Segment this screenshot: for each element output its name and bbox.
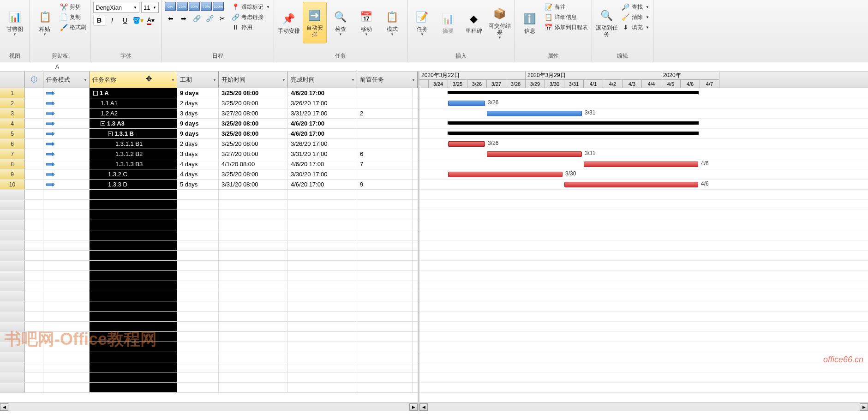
finish-cell[interactable]: 3/30/20 17:00 [288,169,357,179]
table-row-empty[interactable] [0,352,418,362]
font-size-select[interactable]: 11▼ [141,2,159,13]
gantt-row-empty[interactable] [419,271,868,281]
duration-cell[interactable]: 3 days [177,149,219,159]
gantt-bar-red[interactable] [448,141,485,147]
row-number[interactable]: 5 [0,129,25,138]
gantt-row-empty[interactable] [419,261,868,271]
info-cell[interactable] [25,159,43,169]
collapse-icon[interactable]: − [101,121,105,126]
table-row-empty[interactable] [0,342,418,352]
start-cell[interactable]: 3/25/20 08:00 [219,88,288,98]
start-cell[interactable]: 3/31/20 08:00 [219,180,288,189]
gantt-row-empty[interactable] [419,220,868,230]
start-cell[interactable]: 3/25/20 08:00 [219,119,288,128]
gantt-row-empty[interactable] [419,383,868,393]
name-cell[interactable]: 1.3.1.2 B2 [90,149,177,159]
row-number[interactable]: 4 [0,119,25,128]
predecessor-cell[interactable] [357,169,413,179]
inspect-button[interactable]: 🔍检查▼ [329,2,353,43]
row-number[interactable] [0,240,25,250]
gantt-day-header[interactable]: 4/2 [603,80,623,88]
table-row-empty[interactable] [0,322,418,332]
gantt-row-empty[interactable] [419,332,868,342]
name-cell[interactable]: 1.3.3 D [90,180,177,189]
finish-cell[interactable]: 4/6/20 17:00 [288,88,357,98]
start-cell[interactable]: 4/1/20 08:00 [219,159,288,169]
details-button[interactable]: 📋详细信息 [544,12,589,22]
gantt-day-header[interactable]: 4/7 [700,80,719,88]
row-number[interactable] [0,362,25,372]
name-cell[interactable]: 1.3.1.3 B3 [90,159,177,169]
info-cell[interactable] [25,119,43,128]
scroll-to-task-button[interactable]: 🔍滚动到任务 [595,2,619,43]
predecessor-cell[interactable]: 9 [357,180,413,189]
info-cell[interactable] [25,108,43,118]
info-header[interactable]: ⓘ [25,72,43,88]
row-number[interactable] [0,291,25,301]
gantt-day-header[interactable]: 3/27 [487,80,506,88]
row-number[interactable]: 6 [0,139,25,149]
col-start[interactable]: 开始时间▼ [219,72,288,88]
gantt-row-empty[interactable] [419,230,868,240]
gantt-row-empty[interactable] [419,352,868,362]
gantt-view-button[interactable]: 📊 甘特图 ▼ [3,2,27,43]
gantt-row[interactable] [419,119,868,129]
gantt-day-header[interactable]: 3/29 [526,80,545,88]
gantt-scrollbar-h[interactable]: ◀ ▶ [419,402,868,411]
table-row[interactable]: 71.3.1.2 B23 days3/27/20 08:003/31/20 17… [0,149,418,159]
insert-task-button[interactable]: 📝任务▼ [410,2,434,43]
info-cell[interactable] [25,98,43,108]
table-row[interactable]: 61.3.1.1 B12 days3/25/20 08:003/26/20 17… [0,139,418,149]
row-number[interactable] [0,251,25,260]
table-row-empty[interactable] [0,210,418,220]
indent-button[interactable]: ➡ [178,13,190,24]
name-cell[interactable]: 1.3.1.1 B1 [90,139,177,149]
mode-button[interactable]: 📋模式▼ [380,2,404,43]
row-number[interactable] [0,190,25,199]
move-button[interactable]: 📅移动▼ [354,2,378,43]
predecessor-cell[interactable]: 2 [357,108,413,118]
col-name[interactable]: 任务名称 ▼ ✥ [90,72,177,88]
info-cell[interactable] [25,180,43,189]
manual-schedule-button[interactable]: 📌手动安排 [277,2,301,43]
row-number[interactable] [0,383,25,392]
table-row-empty[interactable] [0,271,418,281]
clear-button[interactable]: 🧹清除▼ [621,12,650,22]
scroll-left-button[interactable]: ◀ [0,403,8,411]
row-number[interactable]: 9 [0,169,25,179]
gantt-day-header[interactable]: 4/5 [661,80,681,88]
row-number[interactable] [0,372,25,382]
notes-button[interactable]: 📝备注 [544,2,589,12]
predecessor-cell[interactable] [357,119,413,128]
gantt-day-header[interactable]: 4/4 [642,80,661,88]
start-cell[interactable]: 3/25/20 08:00 [219,169,288,179]
gantt-day-header[interactable]: 4/1 [584,80,603,88]
deliverable-button[interactable]: 📦可交付结果▼ [488,2,512,43]
gantt-row-empty[interactable] [419,281,868,291]
table-row-empty[interactable] [0,281,418,291]
gantt-row[interactable]: 3/31 [419,108,868,119]
underline-button[interactable]: U [119,15,131,26]
mode-cell[interactable] [43,129,90,138]
row-number[interactable]: 1 [0,88,25,98]
gantt-bar-blue[interactable] [487,111,582,116]
mode-cell[interactable] [43,119,90,128]
gantt-bar-blue[interactable] [448,101,485,106]
row-number[interactable] [0,200,25,210]
mode-cell[interactable] [43,108,90,118]
col-finish[interactable]: 完成时间▼ [288,72,357,88]
gantt-day-header[interactable]: 3/28 [506,80,526,88]
gantt-row[interactable]: 3/26 [419,139,868,149]
gantt-bar-summary[interactable] [448,91,698,94]
mode-cell[interactable] [43,149,90,159]
gantt-row-empty[interactable] [419,291,868,301]
row-number[interactable] [0,230,25,240]
auto-schedule-button[interactable]: ➡️自动安排 [303,2,327,43]
formula-bar[interactable]: A [0,62,868,72]
duration-cell[interactable]: 3 days [177,108,219,118]
gantt-bar-summary[interactable] [448,121,698,125]
mode-cell[interactable] [43,88,90,98]
gantt-row-empty[interactable] [419,301,868,312]
duration-cell[interactable]: 9 days [177,119,219,128]
start-cell[interactable]: 3/25/20 08:00 [219,129,288,138]
